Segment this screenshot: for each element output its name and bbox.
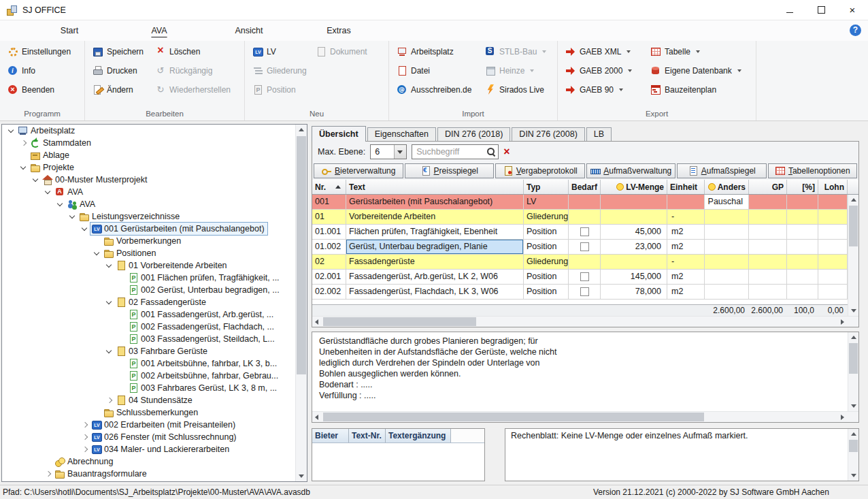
scrollbar-thumb[interactable] <box>323 413 704 421</box>
tree-item-ava[interactable]: AVA <box>2 186 295 198</box>
ribbon-button-ausschreiben-de[interactable]: Ausschreiben.de <box>397 83 478 97</box>
cell-bedarf[interactable] <box>569 210 601 224</box>
ribbon-button-tabelle[interactable]: Tabelle <box>650 45 745 59</box>
scroll-down-button[interactable] <box>848 470 859 481</box>
tree-item-ava[interactable]: AVA <box>2 198 295 210</box>
scroll-left-button[interactable] <box>312 412 323 423</box>
cell-bedarf[interactable] <box>569 195 601 209</box>
cell-gp[interactable] <box>749 240 787 254</box>
cell-menge[interactable]: 45,000 <box>601 225 667 239</box>
scroll-up-button[interactable] <box>848 429 859 440</box>
tree-item-003-fahrbares-geruest-lk-3-8-m[interactable]: 003 Fahrbares Gerüst, LK 3, 8 m, ... <box>2 382 295 394</box>
search-input[interactable]: Suchbegriff <box>412 144 499 159</box>
expand-icon[interactable] <box>80 443 90 455</box>
tree-item-002-geruest-unterbau-begradigen[interactable]: 002 Gerüst, Unterbau begradigen, ... <box>2 284 295 296</box>
ribbon-tab-extras[interactable]: Extras <box>294 20 384 41</box>
cell-pct[interactable] <box>787 255 818 269</box>
tab-din-276-2018[interactable]: DIN 276 (2018) <box>437 127 510 141</box>
tree-item-projekte[interactable]: Projekte <box>2 161 295 174</box>
ribbon-button-gaeb-90[interactable]: GAEB 90 <box>565 83 643 97</box>
ribbon-button-drucken[interactable]: Drucken <box>93 64 148 78</box>
tree-item-abrechnung[interactable]: Abrechnung <box>2 455 295 468</box>
tree-item-stammdaten[interactable]: Stammdaten <box>2 137 295 149</box>
tree-item-positionen[interactable]: Positionen <box>2 247 295 259</box>
aufmassverwaltung-button[interactable]: Aufmaßverwaltung <box>586 163 676 178</box>
tree-item-026-fenster-mit-schlussrechnung[interactable]: 026 Fenster (mit Schlussrechnung) <box>2 431 295 443</box>
scroll-up-button[interactable] <box>848 195 858 206</box>
expand-icon[interactable] <box>80 419 90 431</box>
cell-anders[interactable] <box>705 240 749 254</box>
collapse-icon[interactable] <box>31 174 41 186</box>
tree-item-002-arbeitsbuehne-fahrbar-gebrau[interactable]: 002 Arbeitsbühne, fahrbar, Gebrau... <box>2 370 295 382</box>
ribbon-tab-start[interactable]: Start <box>24 20 114 41</box>
minimize-button[interactable] <box>774 0 805 20</box>
cell-typ[interactable]: Gliederung <box>524 255 569 269</box>
ribbon-button-lv[interactable]: LV <box>252 45 308 59</box>
cell-text[interactable]: Gerüst, Unterbau begradigen, Planie <box>346 240 524 254</box>
cell-nr[interactable]: 02.002 <box>312 285 346 299</box>
column-header-text[interactable]: Text <box>346 180 524 194</box>
cell-typ[interactable]: Position <box>524 225 569 239</box>
cell-lohn[interactable] <box>818 285 848 299</box>
tab-uebersicht[interactable]: Übersicht <box>312 126 366 142</box>
cell-gp[interactable] <box>749 285 787 299</box>
cell-typ[interactable]: Position <box>524 270 569 284</box>
aufmassspiegel-button[interactable]: Aufmaßspiegel <box>677 163 767 178</box>
scroll-down-button[interactable] <box>848 400 859 411</box>
tree-item-001-arbeitsbuehne-fahrbar-lk-3-b[interactable]: 001 Arbeitsbühne, fahrbar, LK 3, b... <box>2 357 295 370</box>
detail-horizontal-scrollbar[interactable] <box>312 411 858 422</box>
table-row-01.002[interactable]: 01.002Gerüst, Unterbau begradigen, Plani… <box>312 240 848 255</box>
cell-text[interactable]: Flächen prüfen, Tragfähigkeit, Ebenheit <box>346 225 524 239</box>
collapse-icon[interactable] <box>43 186 54 198</box>
cell-pct[interactable] <box>787 225 818 239</box>
cell-gp[interactable] <box>749 270 787 284</box>
tree-item-001-fassadengeruest-arb-geruest[interactable]: 001 Fassadengerüst, Arb.gerüst, ... <box>2 308 295 321</box>
scroll-up-button[interactable] <box>848 332 859 343</box>
cell-einheit[interactable]: m2 <box>667 240 705 254</box>
cell-menge[interactable] <box>601 255 667 269</box>
tree-item-03-fahrbare-gerueste[interactable]: 03 Fahrbare Gerüste <box>2 345 295 357</box>
close-button[interactable]: × <box>837 0 868 20</box>
expand-icon[interactable] <box>104 394 115 406</box>
collapse-icon[interactable] <box>6 125 17 137</box>
column-header-gp[interactable]: GP <box>749 180 787 194</box>
table-row-02.002[interactable]: 02.002Fassadengerüst, Flachdach, LK 3, W… <box>312 285 848 300</box>
preisspiegel-button[interactable]: Preisspiegel <box>405 163 495 178</box>
scroll-left-button[interactable] <box>312 317 323 327</box>
scroll-right-button[interactable] <box>837 317 848 327</box>
cell-typ[interactable]: LV <box>524 195 569 209</box>
cell-pct[interactable] <box>787 240 818 254</box>
cell-lohn[interactable] <box>818 225 848 239</box>
ribbon-button-gaeb-2000[interactable]: GAEB 2000 <box>565 64 643 78</box>
cell-nr[interactable]: 01.002 <box>312 240 346 254</box>
table-row-02.001[interactable]: 02.001Fassadengerüst, Arb.gerüst, LK 2, … <box>312 270 848 285</box>
bieterverwaltung-button[interactable]: Bieterverwaltung <box>314 163 403 178</box>
cell-menge[interactable]: 78,000 <box>601 285 667 299</box>
tree-item-00-muster-musterprojekt[interactable]: 00-Muster Musterprojekt <box>2 174 295 186</box>
column-header-lohn[interactable]: Lohn <box>818 180 848 194</box>
table-row-02[interactable]: 02FassadengerüsteGliederung- <box>312 255 848 270</box>
cell-bedarf[interactable] <box>569 240 601 254</box>
column-header-anders[interactable]: Anders <box>705 180 749 194</box>
table-row-01.001[interactable]: 01.001Flächen prüfen, Tragfähigkeit, Ebe… <box>312 225 848 240</box>
cell-text[interactable]: Gerüstarbeiten (mit Pauschalangebot) <box>346 195 524 209</box>
column-header-einheit[interactable]: Einheit <box>667 180 705 194</box>
tree-item-001-flaechen-pruefen-tragfaehigkeit[interactable]: 001 Flächen prüfen, Tragfähigkeit, ... <box>2 272 295 284</box>
detail-vertical-scrollbar[interactable] <box>848 332 858 411</box>
cell-lohn[interactable] <box>818 255 848 269</box>
help-button[interactable]: ? <box>850 25 861 36</box>
cell-anders[interactable] <box>705 210 749 224</box>
cell-einheit[interactable]: m2 <box>667 270 705 284</box>
bedarf-checkbox[interactable] <box>580 287 589 296</box>
tab-lb[interactable]: LB <box>586 127 612 141</box>
tree-item-002-fassadengeruest-flachdach[interactable]: 002 Fassadengerüst, Flachdach, ... <box>2 321 295 333</box>
scrollbar-thumb[interactable] <box>323 317 476 326</box>
vergabeprotokoll-button[interactable]: Vergabeprotokoll <box>495 163 585 178</box>
scroll-down-button[interactable] <box>296 470 307 481</box>
tab-eigenschaften[interactable]: Eigenschaften <box>367 127 436 141</box>
cell-pct[interactable] <box>787 270 818 284</box>
tree-item-04-stundensaetze[interactable]: 04 Stundensätze <box>2 394 295 406</box>
ribbon-button-gaeb-xml[interactable]: GAEB XML <box>565 45 643 59</box>
cell-pct[interactable] <box>787 195 818 209</box>
ribbon-button-arbeitsplatz[interactable]: Arbeitsplatz <box>397 45 478 59</box>
